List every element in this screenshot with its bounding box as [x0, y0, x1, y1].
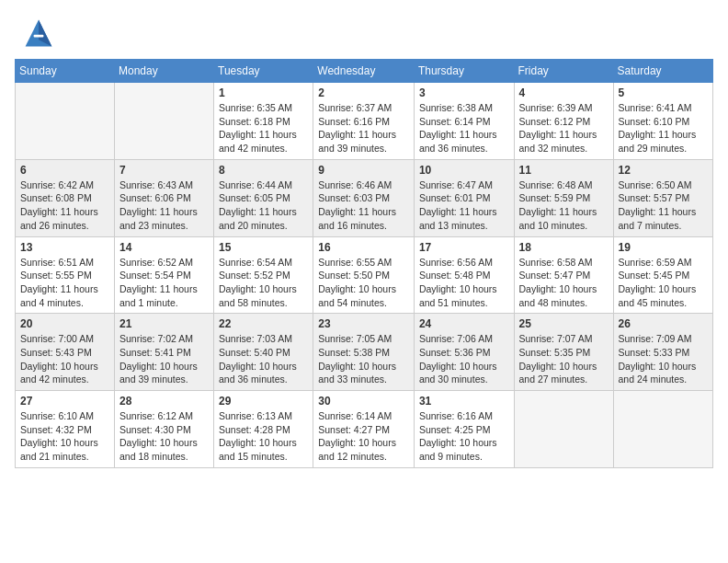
- calendar-cell: 2Sunrise: 6:37 AMSunset: 6:16 PMDaylight…: [313, 83, 415, 160]
- day-number: 4: [519, 86, 609, 99]
- day-info: Sunrise: 6:51 AMSunset: 5:55 PMDaylight:…: [20, 256, 109, 310]
- calendar-cell: 23Sunrise: 7:05 AMSunset: 5:38 PMDayligh…: [313, 314, 415, 391]
- day-number: 17: [419, 241, 509, 254]
- day-info: Sunrise: 6:44 AMSunset: 6:05 PMDaylight:…: [219, 178, 308, 233]
- weekday-header-saturday: Saturday: [613, 60, 712, 83]
- calendar-cell: 6Sunrise: 6:42 AMSunset: 6:08 PMDaylight…: [16, 159, 115, 236]
- weekday-header-row: SundayMondayTuesdayWednesdayThursdayFrid…: [16, 60, 713, 83]
- day-number: 15: [219, 241, 308, 254]
- day-number: 29: [219, 395, 308, 408]
- day-info: Sunrise: 6:55 AMSunset: 5:50 PMDaylight:…: [318, 256, 409, 310]
- calendar-cell: 9Sunrise: 6:46 AMSunset: 6:03 PMDaylight…: [313, 159, 415, 236]
- calendar-cell: 28Sunrise: 6:12 AMSunset: 4:30 PMDayligh…: [115, 391, 214, 468]
- calendar-cell: 4Sunrise: 6:39 AMSunset: 6:12 PMDaylight…: [514, 83, 613, 160]
- day-number: 9: [318, 164, 409, 177]
- weekday-header-sunday: Sunday: [16, 60, 115, 83]
- calendar-cell: [115, 83, 214, 160]
- day-info: Sunrise: 6:50 AMSunset: 5:57 PMDaylight:…: [619, 178, 708, 233]
- day-info: Sunrise: 6:48 AMSunset: 5:59 PMDaylight:…: [519, 178, 609, 233]
- calendar-cell: 22Sunrise: 7:03 AMSunset: 5:40 PMDayligh…: [214, 314, 313, 391]
- weekday-header-friday: Friday: [514, 60, 613, 83]
- day-number: 22: [219, 317, 308, 330]
- day-info: Sunrise: 6:43 AMSunset: 6:06 PMDaylight:…: [119, 178, 209, 233]
- calendar-cell: 19Sunrise: 6:59 AMSunset: 5:45 PMDayligh…: [613, 236, 712, 314]
- day-number: 26: [619, 317, 708, 330]
- day-number: 31: [419, 395, 509, 408]
- logo-icon: [22, 17, 55, 50]
- calendar-cell: 5Sunrise: 6:41 AMSunset: 6:10 PMDaylight…: [613, 83, 712, 160]
- calendar-cell: 16Sunrise: 6:55 AMSunset: 5:50 PMDayligh…: [313, 236, 415, 314]
- day-info: Sunrise: 7:06 AMSunset: 5:36 PMDaylight:…: [419, 332, 509, 386]
- day-info: Sunrise: 6:52 AMSunset: 5:54 PMDaylight:…: [119, 256, 209, 310]
- calendar-cell: 31Sunrise: 6:16 AMSunset: 4:25 PMDayligh…: [414, 391, 514, 468]
- day-info: Sunrise: 6:46 AMSunset: 6:03 PMDaylight:…: [318, 178, 409, 233]
- calendar-cell: 21Sunrise: 7:02 AMSunset: 5:41 PMDayligh…: [115, 314, 214, 391]
- day-info: Sunrise: 6:47 AMSunset: 6:01 PMDaylight:…: [419, 178, 509, 233]
- day-info: Sunrise: 6:58 AMSunset: 5:47 PMDaylight:…: [519, 256, 609, 310]
- day-info: Sunrise: 6:16 AMSunset: 4:25 PMDaylight:…: [419, 409, 509, 464]
- day-number: 14: [119, 241, 209, 254]
- calendar-cell: 7Sunrise: 6:43 AMSunset: 6:06 PMDaylight…: [115, 159, 214, 236]
- calendar-cell: 25Sunrise: 7:07 AMSunset: 5:35 PMDayligh…: [514, 314, 613, 391]
- day-info: Sunrise: 6:54 AMSunset: 5:52 PMDaylight:…: [219, 256, 308, 310]
- calendar-week-row: 1Sunrise: 6:35 AMSunset: 6:18 PMDaylight…: [16, 83, 713, 160]
- calendar-cell: 8Sunrise: 6:44 AMSunset: 6:05 PMDaylight…: [214, 159, 313, 236]
- day-info: Sunrise: 6:12 AMSunset: 4:30 PMDaylight:…: [119, 409, 209, 464]
- calendar-cell: 30Sunrise: 6:14 AMSunset: 4:27 PMDayligh…: [313, 391, 415, 468]
- day-number: 3: [419, 86, 509, 99]
- calendar-cell: [514, 391, 613, 468]
- day-number: 13: [20, 241, 109, 254]
- day-number: 23: [318, 317, 409, 330]
- day-number: 20: [20, 317, 109, 330]
- calendar-cell: 11Sunrise: 6:48 AMSunset: 5:59 PMDayligh…: [514, 159, 613, 236]
- svg-rect-2: [34, 35, 44, 38]
- day-number: 27: [20, 395, 109, 408]
- calendar-cell: 17Sunrise: 6:56 AMSunset: 5:48 PMDayligh…: [414, 236, 514, 314]
- day-number: 7: [119, 164, 209, 177]
- header: [0, 0, 728, 59]
- day-info: Sunrise: 6:59 AMSunset: 5:45 PMDaylight:…: [619, 256, 708, 310]
- calendar-cell: 27Sunrise: 6:10 AMSunset: 4:32 PMDayligh…: [16, 391, 115, 468]
- weekday-header-wednesday: Wednesday: [313, 60, 415, 83]
- day-info: Sunrise: 6:38 AMSunset: 6:14 PMDaylight:…: [419, 101, 509, 155]
- calendar-cell: 24Sunrise: 7:06 AMSunset: 5:36 PMDayligh…: [414, 314, 514, 391]
- day-number: 10: [419, 164, 509, 177]
- day-info: Sunrise: 6:41 AMSunset: 6:10 PMDaylight:…: [619, 101, 708, 155]
- calendar-week-row: 6Sunrise: 6:42 AMSunset: 6:08 PMDaylight…: [16, 159, 713, 236]
- calendar-week-row: 20Sunrise: 7:00 AMSunset: 5:43 PMDayligh…: [16, 314, 713, 391]
- calendar-cell: 14Sunrise: 6:52 AMSunset: 5:54 PMDayligh…: [115, 236, 214, 314]
- calendar-cell: 15Sunrise: 6:54 AMSunset: 5:52 PMDayligh…: [214, 236, 313, 314]
- calendar-week-row: 27Sunrise: 6:10 AMSunset: 4:32 PMDayligh…: [16, 391, 713, 468]
- day-info: Sunrise: 6:42 AMSunset: 6:08 PMDaylight:…: [20, 178, 109, 233]
- day-info: Sunrise: 7:09 AMSunset: 5:33 PMDaylight:…: [619, 332, 708, 386]
- day-info: Sunrise: 6:39 AMSunset: 6:12 PMDaylight:…: [519, 101, 609, 155]
- day-info: Sunrise: 6:56 AMSunset: 5:48 PMDaylight:…: [419, 256, 509, 310]
- day-number: 25: [519, 317, 609, 330]
- weekday-header-tuesday: Tuesday: [214, 60, 313, 83]
- day-info: Sunrise: 6:35 AMSunset: 6:18 PMDaylight:…: [219, 101, 308, 155]
- day-info: Sunrise: 7:03 AMSunset: 5:40 PMDaylight:…: [219, 332, 308, 386]
- day-info: Sunrise: 6:13 AMSunset: 4:28 PMDaylight:…: [219, 409, 308, 464]
- day-number: 12: [619, 164, 708, 177]
- day-number: 8: [219, 164, 308, 177]
- day-number: 1: [219, 86, 308, 99]
- calendar-cell: [16, 83, 115, 160]
- day-info: Sunrise: 7:00 AMSunset: 5:43 PMDaylight:…: [20, 332, 109, 386]
- page: SundayMondayTuesdayWednesdayThursdayFrid…: [0, 0, 728, 563]
- calendar-cell: 29Sunrise: 6:13 AMSunset: 4:28 PMDayligh…: [214, 391, 313, 468]
- day-number: 30: [318, 395, 409, 408]
- day-info: Sunrise: 6:37 AMSunset: 6:16 PMDaylight:…: [318, 101, 409, 155]
- weekday-header-thursday: Thursday: [414, 60, 514, 83]
- day-info: Sunrise: 7:02 AMSunset: 5:41 PMDaylight:…: [119, 332, 209, 386]
- calendar-cell: 13Sunrise: 6:51 AMSunset: 5:55 PMDayligh…: [16, 236, 115, 314]
- day-number: 24: [419, 317, 509, 330]
- calendar-table: SundayMondayTuesdayWednesdayThursdayFrid…: [15, 59, 713, 468]
- day-number: 11: [519, 164, 609, 177]
- calendar-cell: [613, 391, 712, 468]
- calendar-cell: 18Sunrise: 6:58 AMSunset: 5:47 PMDayligh…: [514, 236, 613, 314]
- day-number: 6: [20, 164, 109, 177]
- day-number: 19: [619, 241, 708, 254]
- day-info: Sunrise: 7:07 AMSunset: 5:35 PMDaylight:…: [519, 332, 609, 386]
- weekday-header-monday: Monday: [115, 60, 214, 83]
- day-info: Sunrise: 6:10 AMSunset: 4:32 PMDaylight:…: [20, 409, 109, 464]
